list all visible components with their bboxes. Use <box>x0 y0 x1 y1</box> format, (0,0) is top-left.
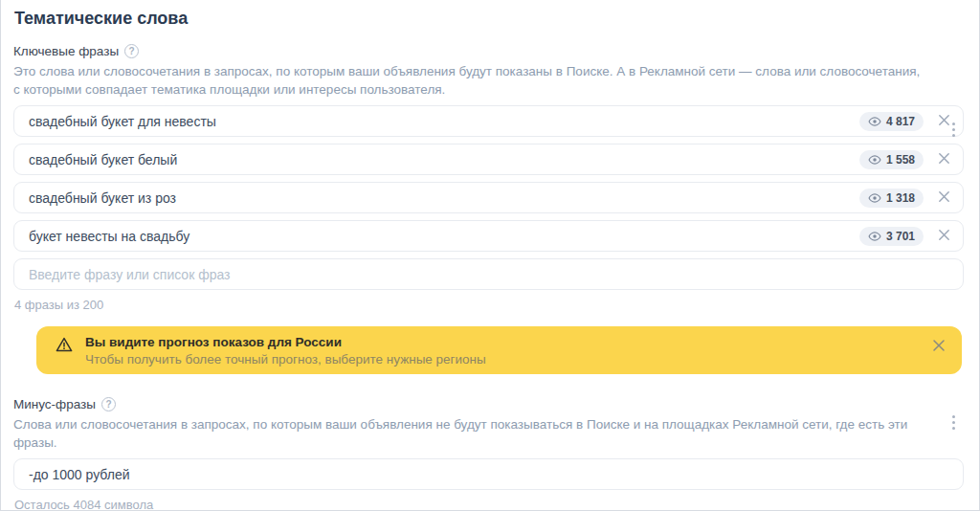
phrase-input[interactable] <box>29 229 859 244</box>
question-circle-icon[interactable] <box>124 44 139 58</box>
keywords-label: Ключевые фразы <box>13 43 119 59</box>
remove-phrase-button[interactable] <box>936 189 952 206</box>
phrase-input[interactable] <box>29 152 859 167</box>
impressions-count: 1 318 <box>886 191 915 205</box>
characters-counter: Осталось 4084 символа <box>14 498 964 511</box>
page-title: Тематические слова <box>14 8 964 29</box>
new-phrase-row <box>13 258 964 290</box>
eye-icon <box>868 115 881 128</box>
phrase-input[interactable] <box>29 114 859 129</box>
minus-phrases-label: Минус-фразы <box>13 396 96 412</box>
eye-icon <box>868 153 881 167</box>
warning-subtitle: Чтобы получить более точный прогноз, выб… <box>85 351 930 368</box>
keywords-kebab-menu[interactable] <box>949 120 958 140</box>
close-icon <box>931 338 947 356</box>
minus-phrases-description: Слова или словосочетания в запросах, по … <box>13 415 921 452</box>
impressions-badge: 1 318 <box>859 189 924 208</box>
remove-phrase-button[interactable] <box>936 151 952 167</box>
question-circle-icon[interactable] <box>101 397 116 411</box>
minus-phrases-kebab-menu[interactable] <box>949 412 958 433</box>
dismiss-warning-button[interactable] <box>930 339 947 355</box>
minus-label-row: Минус-фразы <box>13 396 964 412</box>
warning-title: Вы видите прогноз показов для России <box>85 334 930 351</box>
eye-icon <box>868 230 881 243</box>
thematic-words-panel: Тематические слова Ключевые фразы Это сл… <box>0 0 980 511</box>
close-icon <box>937 151 951 168</box>
impressions-badge: 3 701 <box>859 227 924 246</box>
keywords-label-row: Ключевые фразы <box>13 43 964 59</box>
close-icon <box>937 228 951 245</box>
minus-phrases-input[interactable] <box>29 467 951 482</box>
new-phrase-input[interactable] <box>29 267 952 282</box>
phrase-row: 1 318 <box>13 182 964 213</box>
phrases-counter: 4 фразы из 200 <box>14 298 964 313</box>
keywords-section: Ключевые фразы Это слова или словосочета… <box>13 43 964 374</box>
impressions-badge: 4 817 <box>859 112 924 131</box>
impressions-count: 1 558 <box>886 153 915 167</box>
impressions-count: 4 817 <box>886 115 915 128</box>
phrase-row: 3 701 <box>13 220 964 252</box>
impressions-count: 3 701 <box>886 230 915 243</box>
phrase-input[interactable] <box>29 190 859 206</box>
eye-icon <box>868 191 881 205</box>
remove-phrase-button[interactable] <box>936 228 952 244</box>
keywords-description: Это слова или словосочетания в запросах,… <box>13 62 921 99</box>
phrase-row: 4 817 <box>13 105 964 137</box>
warning-triangle-icon <box>56 336 73 353</box>
close-icon <box>937 189 951 207</box>
warning-texts: Вы видите прогноз показов для России Что… <box>85 332 930 368</box>
minus-phrases-section: Минус-фразы Слова или словосочетания в з… <box>13 396 964 511</box>
impressions-badge: 1 558 <box>859 150 924 169</box>
forecast-warning-banner: Вы видите прогноз показов для России Что… <box>36 326 962 374</box>
phrase-row: 1 558 <box>13 144 964 175</box>
minus-phrases-row <box>13 458 964 490</box>
